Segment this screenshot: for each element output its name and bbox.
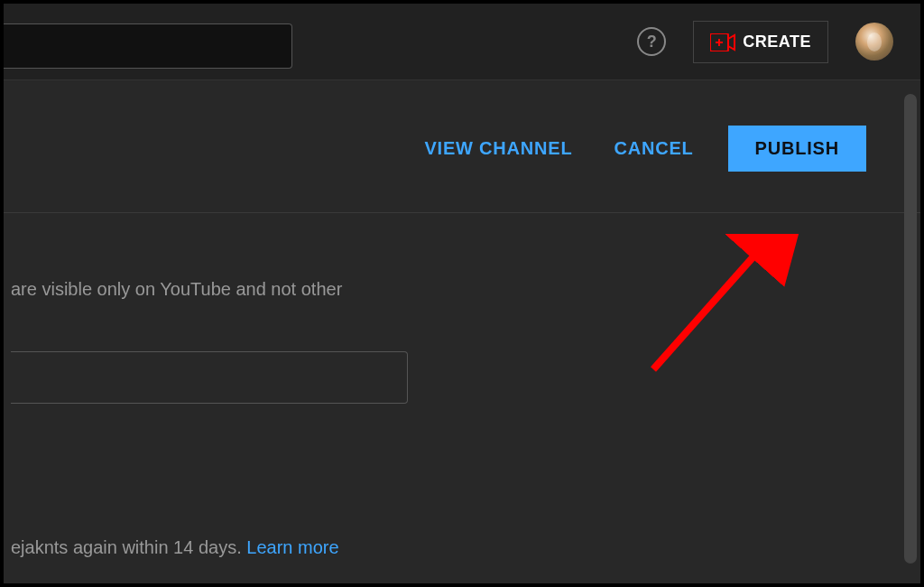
info-section: are visible only on YouTube and not othe… [4, 213, 920, 404]
visibility-info-text: are visible only on YouTube and not othe… [11, 276, 920, 302]
publish-button[interactable]: PUBLISH [728, 126, 866, 172]
action-row: VIEW CHANNEL CANCEL PUBLISH [4, 80, 920, 213]
search-input[interactable] [4, 23, 292, 69]
help-icon[interactable]: ? [637, 27, 666, 56]
bottom-text-fragment: ejaknts again within 14 days. [11, 537, 246, 557]
create-video-icon [710, 33, 734, 50]
create-button[interactable]: CREATE [693, 21, 828, 63]
cancel-button[interactable]: CANCEL [606, 129, 700, 168]
text-input-field[interactable] [11, 351, 408, 404]
avatar[interactable] [855, 23, 893, 61]
bottom-note: ejaknts again within 14 days. Learn more [11, 537, 339, 558]
main-content: VIEW CHANNEL CANCEL PUBLISH are visible … [4, 80, 920, 404]
top-header: ? CREATE [4, 4, 920, 80]
learn-more-link[interactable]: Learn more [246, 537, 338, 557]
view-channel-button[interactable]: VIEW CHANNEL [417, 129, 579, 168]
scrollbar[interactable] [904, 94, 917, 564]
create-label: CREATE [743, 33, 811, 51]
